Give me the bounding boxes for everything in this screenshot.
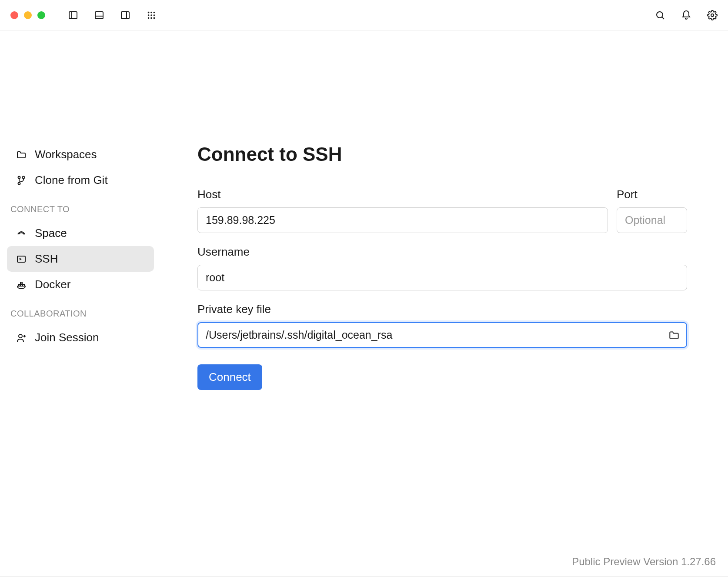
svg-point-8 (154, 11, 155, 13)
port-label: Port (617, 188, 687, 201)
terminal-icon (16, 253, 27, 265)
svg-point-13 (150, 17, 152, 19)
footer-rule (0, 576, 728, 577)
sidebar-section-collaboration: COLLABORATION (7, 297, 154, 325)
svg-rect-0 (69, 12, 77, 19)
svg-point-10 (150, 14, 152, 16)
host-field-group: Host (197, 188, 608, 233)
port-input[interactable] (617, 207, 687, 233)
svg-point-20 (18, 182, 20, 184)
sidebar-item-label: Space (35, 227, 67, 240)
svg-point-11 (154, 14, 155, 16)
private-key-input[interactable] (197, 322, 687, 348)
username-field-group: Username (197, 245, 687, 290)
titlebar (0, 0, 728, 30)
private-key-input-wrapper (197, 322, 687, 348)
host-input[interactable] (197, 207, 608, 233)
username-label: Username (197, 245, 687, 259)
content: Connect to SSH Host Port Username Privat… (161, 30, 709, 580)
panel-bottom-icon[interactable] (94, 10, 104, 20)
main-area: Workspaces Clone from Git CONNECT TO Spa… (0, 30, 728, 580)
sidebar: Workspaces Clone from Git CONNECT TO Spa… (0, 30, 161, 580)
connect-button[interactable]: Connect (197, 364, 262, 390)
user-plus-icon (16, 332, 27, 343)
window-close-icon[interactable] (10, 11, 18, 19)
folder-icon (16, 149, 27, 160)
sidebar-section-connect: CONNECT TO (7, 193, 154, 220)
svg-point-26 (19, 334, 22, 338)
private-key-row: Private key file (197, 303, 687, 348)
host-label: Host (197, 188, 608, 201)
sidebar-item-label: Workspaces (35, 148, 97, 161)
sidebar-item-join-session[interactable]: Join Session (7, 325, 154, 350)
sidebar-item-ssh[interactable]: SSH (7, 246, 154, 272)
git-branch-icon (16, 175, 27, 186)
private-key-field-group: Private key file (197, 303, 687, 348)
titlebar-left-icons (68, 10, 157, 20)
svg-point-7 (150, 11, 152, 13)
svg-rect-4 (121, 12, 129, 19)
sidebar-item-label: Join Session (35, 331, 99, 344)
svg-point-17 (711, 14, 714, 17)
username-row: Username (197, 245, 687, 290)
version-label: Public Preview Version 1.27.66 (572, 556, 716, 568)
space-icon (16, 228, 27, 239)
sidebar-item-label: Clone from Git (35, 173, 108, 187)
username-input[interactable] (197, 265, 687, 290)
search-icon[interactable] (655, 10, 665, 20)
bell-icon[interactable] (681, 10, 691, 20)
svg-point-6 (148, 11, 150, 13)
sidebar-item-docker[interactable]: Docker (7, 272, 154, 297)
folder-icon (668, 330, 680, 341)
svg-point-12 (148, 17, 150, 19)
titlebar-right-icons (655, 10, 718, 20)
port-field-group: Port (617, 188, 687, 233)
sidebar-item-space[interactable]: Space (7, 220, 154, 246)
gear-icon[interactable] (707, 10, 718, 20)
sidebar-item-workspaces[interactable]: Workspaces (7, 142, 154, 167)
panel-left-icon[interactable] (68, 10, 78, 20)
svg-point-9 (148, 14, 150, 16)
browse-folder-button[interactable] (668, 329, 680, 341)
page-title: Connect to SSH (197, 143, 687, 165)
docker-icon (16, 279, 27, 290)
svg-point-19 (23, 176, 25, 178)
svg-line-16 (662, 17, 664, 19)
window-zoom-icon[interactable] (37, 11, 45, 19)
sidebar-item-label: SSH (35, 252, 58, 266)
sidebar-item-clone-git[interactable]: Clone from Git (7, 167, 154, 193)
svg-point-14 (154, 17, 155, 19)
sidebar-item-label: Docker (35, 278, 70, 291)
host-port-row: Host Port (197, 188, 687, 233)
apps-grid-icon[interactable] (146, 10, 157, 20)
private-key-label: Private key file (197, 303, 687, 316)
svg-rect-2 (95, 12, 103, 19)
svg-rect-25 (20, 282, 22, 284)
panel-right-icon[interactable] (120, 10, 130, 20)
svg-point-15 (657, 12, 663, 18)
svg-point-18 (18, 176, 20, 178)
window-minimize-icon[interactable] (24, 11, 32, 19)
window-controls (10, 11, 45, 19)
